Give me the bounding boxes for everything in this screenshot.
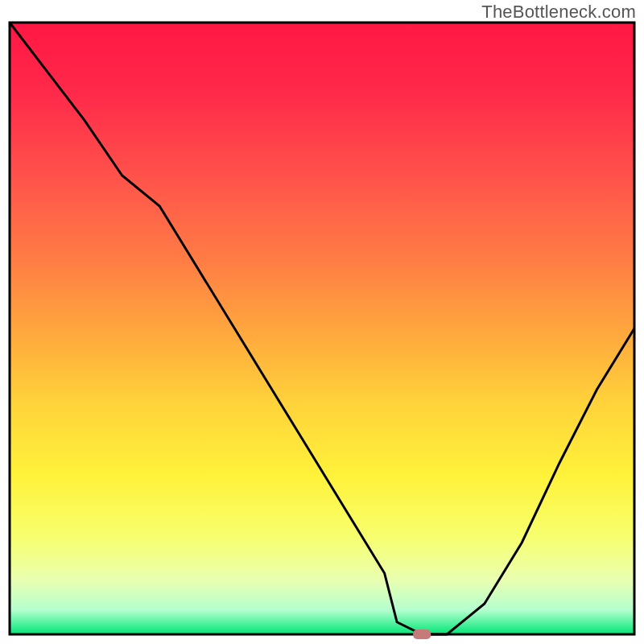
plot-background (10, 23, 634, 634)
chart-container: TheBottleneck.com (0, 0, 644, 644)
watermark-text: TheBottleneck.com (481, 2, 636, 23)
marker-point (413, 630, 431, 639)
bottleneck-chart (0, 0, 644, 644)
